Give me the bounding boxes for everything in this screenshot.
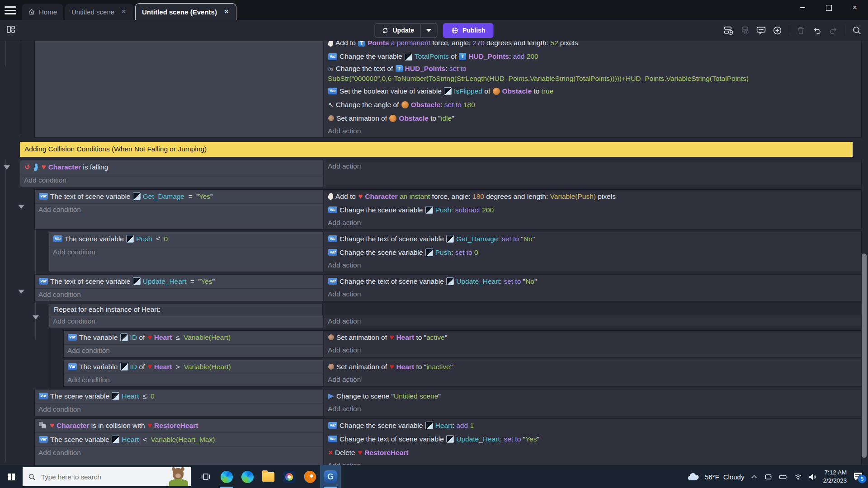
app-file-explorer[interactable]	[258, 465, 278, 488]
collapse-arrow[interactable]	[18, 205, 24, 209]
app-gdevelop[interactable]: G	[320, 465, 341, 488]
condition-row[interactable]: VarThe text of scene variable Update_Hea…	[35, 275, 323, 288]
text-segment: :	[498, 234, 502, 244]
add-condition-button[interactable]: Add condition	[35, 203, 323, 216]
add-condition-button[interactable]: Add condition	[35, 288, 323, 301]
wifi-icon[interactable]	[794, 473, 802, 481]
tab-untitled-scene[interactable]: Untitled scene ×	[65, 4, 133, 20]
notification-button[interactable]: 5	[853, 472, 863, 482]
collapse-arrow[interactable]	[33, 315, 39, 319]
condition-row[interactable]: ♥Character is in collision with ♥Restore…	[35, 419, 323, 432]
add-action-button[interactable]: Add action	[324, 259, 861, 272]
condition-row[interactable]: VarThe variable ID of ♥Heart ≤ Variable(…	[64, 331, 323, 344]
text-segment: Add action	[328, 404, 361, 414]
taskbar-weather[interactable]: 56°F Cloudy	[687, 472, 745, 482]
condition-row[interactable]: VarThe text of scene variable Get_Damage…	[35, 190, 323, 203]
condition-row[interactable]: ↺♥Character is falling	[20, 160, 323, 174]
action-row[interactable]: Add to TPoints a permanent force, angle:…	[324, 41, 861, 50]
action-row[interactable]: VarChange the text of scene variable Get…	[324, 232, 861, 246]
action-row[interactable]: VarChange the text of scene variable Upd…	[324, 275, 861, 288]
minimize-button[interactable]	[789, 0, 816, 15]
add-condition-button[interactable]: Add condition	[49, 246, 323, 258]
project-manager-icon[interactable]	[6, 25, 15, 36]
app-blender[interactable]	[299, 465, 320, 488]
text-segment: Change the text of scene variable	[340, 434, 446, 444]
action-row[interactable]: Set animation of Obstacle to "idle"	[324, 112, 861, 125]
add-condition-button[interactable]: Add condition	[64, 344, 323, 357]
blender-icon	[304, 471, 316, 483]
undo-icon[interactable]	[812, 26, 822, 35]
action-row[interactable]: ×Delete ♥RestoreHeart	[324, 446, 861, 460]
add-action-button[interactable]: Add action	[324, 403, 861, 415]
vertical-scrollbar[interactable]	[862, 253, 867, 458]
add-action-button[interactable]: Add action	[324, 374, 861, 386]
tab-untitled-scene-events[interactable]: Untitled scene (Events) ×	[135, 3, 236, 20]
restore-button[interactable]	[816, 0, 842, 15]
menu-icon[interactable]	[5, 6, 16, 14]
update-dropdown-button[interactable]	[420, 24, 437, 37]
add-comment-icon[interactable]	[756, 26, 766, 35]
task-view-button[interactable]	[195, 465, 216, 488]
cast-icon[interactable]	[764, 473, 773, 481]
condition-row[interactable]: VarThe scene variable Heart ≤ 0	[35, 389, 323, 403]
publish-button[interactable]: Publish	[443, 23, 494, 38]
add-condition-button[interactable]: Add condition	[20, 174, 323, 187]
tray-expand-button[interactable]	[750, 473, 758, 481]
app-edge-2[interactable]	[237, 465, 258, 488]
add-action-button[interactable]: Add action	[324, 344, 861, 357]
search-input[interactable]	[40, 473, 151, 481]
action-row[interactable]: VarChange the text of scene variable Upd…	[324, 432, 861, 446]
add-action-button[interactable]: Add action	[324, 460, 861, 465]
text-segment: Yes	[201, 277, 212, 286]
add-condition-button[interactable]: Add condition	[49, 315, 323, 328]
taskbar-search[interactable]	[23, 467, 191, 486]
search-icon[interactable]	[852, 26, 862, 35]
close-button[interactable]: ×	[842, 0, 868, 15]
action-row[interactable]: Set animation of ♥Heart to "inactive"	[324, 360, 861, 374]
collapse-arrow[interactable]	[4, 165, 10, 169]
var-badge-icon: Var	[328, 278, 337, 285]
close-icon[interactable]: ×	[121, 7, 127, 16]
condition-row[interactable]: VarThe scene variable Push ≤ 0	[49, 232, 323, 246]
text-segment: Add action	[328, 375, 361, 385]
condition-row[interactable]: VarThe variable ID of ♥Heart > Variable(…	[64, 360, 323, 374]
action-row[interactable]: VarChange the scene variable Push: set t…	[324, 246, 861, 259]
battery-icon[interactable]	[778, 473, 788, 481]
action-row[interactable]: VarSet the boolean value of variable IsF…	[324, 84, 861, 98]
add-action-button[interactable]: Add action	[324, 160, 861, 173]
add-condition-button[interactable]: Add condition	[35, 446, 323, 459]
close-icon[interactable]: ×	[223, 7, 230, 16]
app-edge-1[interactable]	[216, 465, 237, 488]
tab-home[interactable]: Home	[22, 4, 63, 20]
add-action-button[interactable]: Add action	[324, 288, 861, 300]
action-row[interactable]: VarChange the scene variable Heart: add …	[324, 419, 861, 432]
add-action-button[interactable]: Add action	[324, 315, 861, 328]
add-condition-button[interactable]: Add condition	[35, 403, 323, 416]
repeat-event-header[interactable]: Repeat for each instance of Heart:	[49, 304, 323, 315]
action-row[interactable]: VarChange the variable TotalPoints of TH…	[324, 50, 861, 63]
add-condition-button[interactable]: Add condition	[64, 374, 323, 386]
volume-icon[interactable]	[808, 473, 817, 481]
taskbar-apps: G	[195, 465, 341, 488]
action-row[interactable]: Set animation of ♥Heart to "active"	[324, 331, 861, 344]
condition-row[interactable]: VarThe scene variable Heart < Variable(H…	[35, 432, 323, 446]
comment-bar[interactable]: Adding Collision Conditions (When Not Fa…	[20, 142, 853, 157]
update-button[interactable]: Update	[375, 23, 420, 38]
add-event-icon[interactable]	[724, 26, 733, 35]
action-row[interactable]: VarChange the scene variable Push: subtr…	[324, 203, 861, 217]
taskbar-clock[interactable]: 7:12 AM 2/2/2023	[823, 469, 847, 485]
action-row[interactable]: Change to scene "Untitled scene"	[324, 389, 861, 403]
text-segment: of	[449, 52, 459, 61]
action-row[interactable]: txtChange the text of THUD_Points: set t…	[324, 63, 861, 84]
action-row[interactable]: ↖Change the angle of Obstacle: set to 18…	[324, 98, 861, 112]
collapse-arrow[interactable]	[18, 290, 24, 294]
start-button[interactable]	[0, 465, 23, 488]
add-action-button[interactable]: Add action	[324, 217, 861, 229]
app-media[interactable]	[278, 465, 299, 488]
text-segment: Update_Heart	[456, 277, 500, 286]
add-circle-icon[interactable]	[773, 26, 782, 35]
var-badge-icon: Var	[39, 393, 48, 399]
action-row[interactable]: Add to ♥Character an instant force, angl…	[324, 190, 861, 203]
text-segment: add	[456, 421, 468, 431]
add-action-button[interactable]: Add action	[324, 125, 861, 137]
